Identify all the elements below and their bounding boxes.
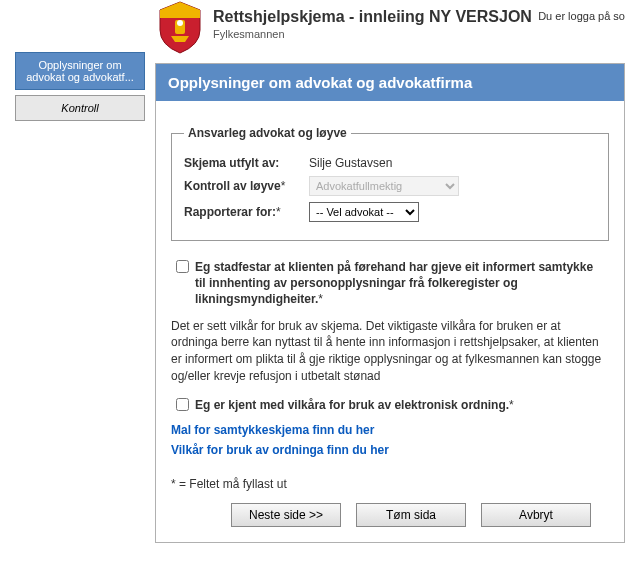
crest-icon [155, 0, 205, 55]
required-footnote: * = Feltet må fyllast ut [171, 477, 609, 491]
consent-label: Eg stadfestar at klienten på førehand ha… [195, 259, 604, 308]
login-status: Du er logga på so [538, 10, 625, 22]
link-terms[interactable]: Vilkår for bruk av ordninga finn du her [171, 443, 609, 457]
header: Rettshjelpskjema - innleiing NY VERSJON … [155, 0, 625, 48]
reports-select[interactable]: -- Vel advokat -- [309, 202, 419, 222]
link-template[interactable]: Mal for samtykkeskjema finn du her [171, 423, 609, 437]
content-box: Ansvarleg advokat og løyve Skjema utfylt… [155, 101, 625, 543]
fieldset-legend: Ansvarleg advokat og løyve [184, 126, 351, 140]
sidebar-item-advokat[interactable]: Opplysninger om advokat og advokatf... [15, 52, 145, 90]
button-row: Neste side >> Tøm sida Avbryt [171, 503, 609, 527]
info-paragraph: Det er sett vilkår for bruk av skjema. D… [171, 318, 609, 385]
cancel-button[interactable]: Avbryt [481, 503, 591, 527]
lawyer-fieldset: Ansvarleg advokat og løyve Skjema utfylt… [171, 126, 609, 241]
svg-point-1 [177, 20, 183, 26]
control-select: Advokatfullmektig [309, 176, 459, 196]
section-heading: Opplysninger om advokat og advokatfirma [155, 63, 625, 101]
filled-by-value: Silje Gustavsen [309, 156, 392, 170]
page-subtitle: Fylkesmannen [213, 28, 625, 40]
terms-checkbox[interactable] [176, 398, 189, 411]
reports-label: Rapporterar for:* [184, 205, 309, 219]
control-label: Kontroll av løyve* [184, 179, 309, 193]
next-button[interactable]: Neste side >> [231, 503, 341, 527]
terms-label: Eg er kjent med vilkåra for bruk av elek… [195, 397, 514, 413]
consent-checkbox[interactable] [176, 260, 189, 273]
sidebar-item-kontroll[interactable]: Kontroll [15, 95, 145, 121]
filled-by-label: Skjema utfylt av: [184, 156, 309, 170]
sidebar: Opplysninger om advokat og advokatf... K… [15, 52, 145, 126]
clear-button[interactable]: Tøm sida [356, 503, 466, 527]
